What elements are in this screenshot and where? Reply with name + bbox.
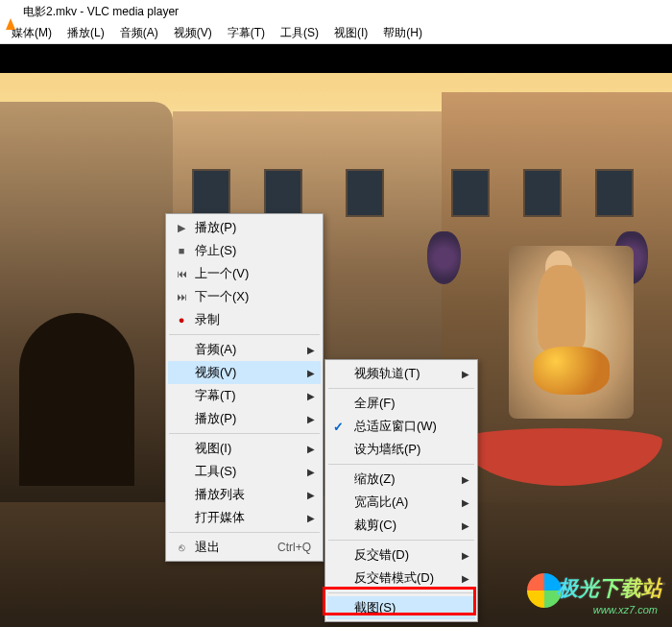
ctx-label: 上一个(V): [195, 265, 249, 282]
record-icon: ●: [174, 314, 189, 326]
ctx-label: 播放列表: [195, 486, 245, 503]
menubar: 媒体(M) 播放(L) 音频(A) 视频(V) 字幕(T) 工具(S) 视图(I…: [0, 23, 672, 44]
watermark-url: www.xz7.com: [593, 604, 658, 615]
scene-window: [264, 169, 302, 217]
ctx-label: 缩放(Z): [354, 470, 396, 488]
ctx-audio[interactable]: 音频(A) ▶: [168, 338, 321, 361]
submenu-arrow-icon: ▶: [307, 414, 315, 424]
ctx-label: 全屏(F): [354, 395, 396, 412]
ctx-label: 退出: [195, 539, 220, 556]
menu-separator: [169, 532, 320, 533]
titlebar: 电影2.mkv - VLC media player: [0, 0, 672, 23]
ctx-label: 总适应窗口(W): [354, 418, 437, 435]
ctx-label: 反交错(D): [354, 546, 409, 564]
ctx-label: 设为墙纸(P): [354, 441, 420, 458]
menu-view[interactable]: 视图(I): [326, 23, 375, 43]
ctx-next[interactable]: ⏭ 下一个(X): [168, 285, 321, 308]
ctx-deinterlace[interactable]: 反交错(D) ▶: [327, 543, 475, 567]
ctx-label: 截图(S): [354, 599, 396, 616]
ctx-subtitle[interactable]: 字幕(T) ▶: [168, 384, 321, 407]
ctx-shortcut: Ctrl+Q: [277, 541, 311, 554]
menu-playback[interactable]: 播放(L): [60, 23, 112, 43]
menu-video[interactable]: 视频(V): [166, 23, 220, 43]
ctx-playback[interactable]: 播放(P) ▶: [168, 407, 321, 430]
ctx-video[interactable]: 视频(V) ▶: [168, 361, 321, 384]
scene-mural-figure: [538, 265, 586, 351]
submenu-arrow-icon: ▶: [462, 369, 469, 379]
ctx-label: 停止(S): [195, 242, 236, 259]
submenu-arrow-icon: ▶: [462, 520, 469, 531]
scene-grapes: [427, 231, 461, 284]
ctx-playlist[interactable]: 播放列表 ▶: [168, 483, 321, 506]
scene-arch: [19, 313, 134, 486]
menu-separator: [328, 592, 474, 593]
ctx-set-wallpaper[interactable]: 设为墙纸(P): [327, 438, 475, 461]
scene-mural: [509, 246, 634, 419]
ctx-view[interactable]: 视图(I) ▶: [168, 437, 321, 460]
menu-separator: [328, 464, 474, 465]
ctx-quit[interactable]: ⎋ 退出 Ctrl+Q: [168, 536, 321, 559]
submenu-arrow-icon: ▶: [307, 368, 315, 378]
video-area[interactable]: ▶ 播放(P) ■ 停止(S) ⏮ 上一个(V) ⏭ 下一个(X) ● 录制 音…: [0, 44, 672, 627]
ctx-label: 音频(A): [195, 341, 236, 358]
submenu-arrow-icon: ▶: [307, 391, 315, 401]
menu-help[interactable]: 帮助(H): [375, 23, 430, 43]
scene-window: [346, 169, 384, 217]
next-icon: ⏭: [174, 291, 189, 302]
ctx-fullscreen[interactable]: 全屏(F): [327, 392, 475, 415]
letterbox: [0, 44, 672, 73]
stop-icon: ■: [174, 245, 189, 256]
ctx-label: 工具(S): [195, 463, 236, 480]
ctx-tools[interactable]: 工具(S) ▶: [168, 460, 321, 483]
watermark-text: 极光下载站: [557, 574, 662, 603]
menu-subtitle[interactable]: 字幕(T): [220, 23, 273, 43]
submenu-arrow-icon: ▶: [462, 497, 469, 508]
ctx-open-media[interactable]: 打开媒体 ▶: [168, 506, 321, 529]
previous-icon: ⏮: [174, 268, 189, 279]
ctx-label: 视频轨道(T): [354, 365, 420, 382]
submenu-arrow-icon: ▶: [462, 474, 469, 485]
ctx-label: 打开媒体: [195, 509, 245, 526]
scene-window: [451, 169, 490, 217]
check-icon: ✓: [333, 420, 344, 434]
ctx-stop[interactable]: ■ 停止(S): [168, 239, 321, 262]
ctx-previous[interactable]: ⏮ 上一个(V): [168, 262, 321, 285]
submenu-arrow-icon: ▶: [307, 467, 315, 477]
exit-icon: ⎋: [174, 542, 189, 553]
menu-separator: [328, 388, 474, 389]
ctx-video-track[interactable]: 视频轨道(T) ▶: [327, 362, 475, 385]
ctx-aspect-ratio[interactable]: 宽高比(A) ▶: [327, 491, 475, 514]
scene-window: [192, 169, 230, 217]
scene-building: [0, 102, 173, 505]
ctx-label: 录制: [195, 311, 220, 328]
submenu-arrow-icon: ▶: [462, 573, 469, 584]
ctx-label: 播放(P): [195, 410, 236, 427]
menu-separator: [169, 433, 320, 434]
ctx-crop[interactable]: 裁剪(C) ▶: [327, 514, 475, 537]
ctx-fit-window[interactable]: ✓ 总适应窗口(W): [327, 415, 475, 438]
ctx-snapshot[interactable]: 截图(S): [327, 596, 475, 619]
menu-separator: [169, 334, 320, 335]
submenu-arrow-icon: ▶: [307, 513, 315, 523]
ctx-play[interactable]: ▶ 播放(P): [168, 216, 321, 239]
menu-tools[interactable]: 工具(S): [273, 23, 326, 43]
submenu-arrow-icon: ▶: [307, 444, 315, 454]
ctx-label: 下一个(X): [195, 288, 249, 305]
submenu-arrow-icon: ▶: [307, 490, 315, 500]
ctx-deinterlace-mode[interactable]: 反交错模式(D) ▶: [327, 567, 475, 590]
submenu-arrow-icon: ▶: [307, 345, 315, 355]
ctx-label: 裁剪(C): [354, 517, 396, 534]
ctx-label: 视频(V): [195, 364, 236, 381]
scene-window: [595, 169, 634, 217]
play-icon: ▶: [174, 222, 189, 234]
ctx-label: 播放(P): [195, 219, 236, 236]
menu-audio[interactable]: 音频(A): [112, 23, 166, 43]
ctx-label: 反交错模式(D): [354, 569, 434, 587]
vlc-cone-icon: [6, 5, 19, 18]
window-title: 电影2.mkv - VLC media player: [23, 4, 179, 20]
context-menu-video: 视频轨道(T) ▶ 全屏(F) ✓ 总适应窗口(W) 设为墙纸(P) 缩放(Z)…: [324, 359, 478, 622]
ctx-zoom[interactable]: 缩放(Z) ▶: [327, 468, 475, 491]
menu-separator: [328, 540, 474, 541]
context-menu-main: ▶ 播放(P) ■ 停止(S) ⏮ 上一个(V) ⏭ 下一个(X) ● 录制 音…: [165, 213, 324, 562]
ctx-record[interactable]: ● 录制: [168, 308, 321, 331]
